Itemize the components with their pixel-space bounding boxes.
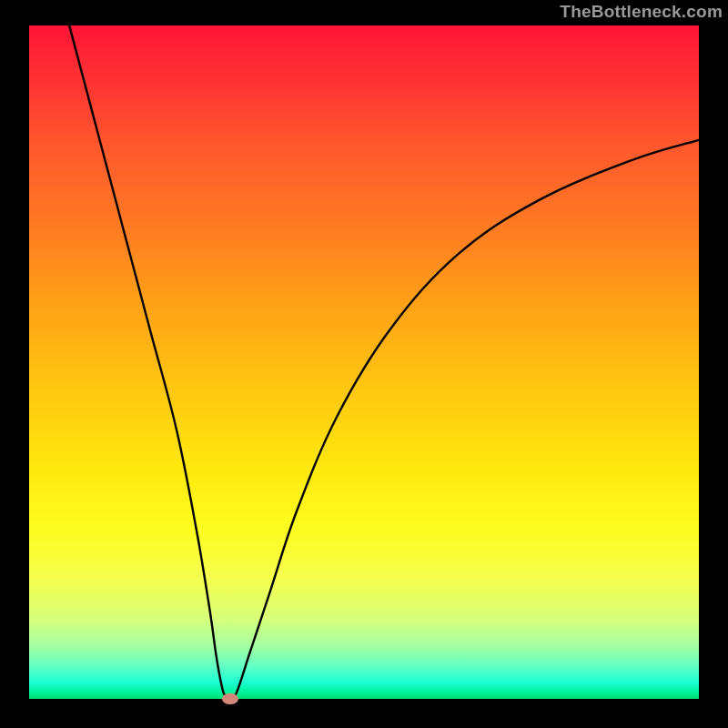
watermark-text: TheBottleneck.com: [560, 2, 723, 22]
chart-frame: TheBottleneck.com: [0, 0, 728, 728]
bottleneck-curve: [29, 25, 699, 699]
plot-area: [29, 25, 699, 699]
minimum-marker: [222, 693, 238, 704]
